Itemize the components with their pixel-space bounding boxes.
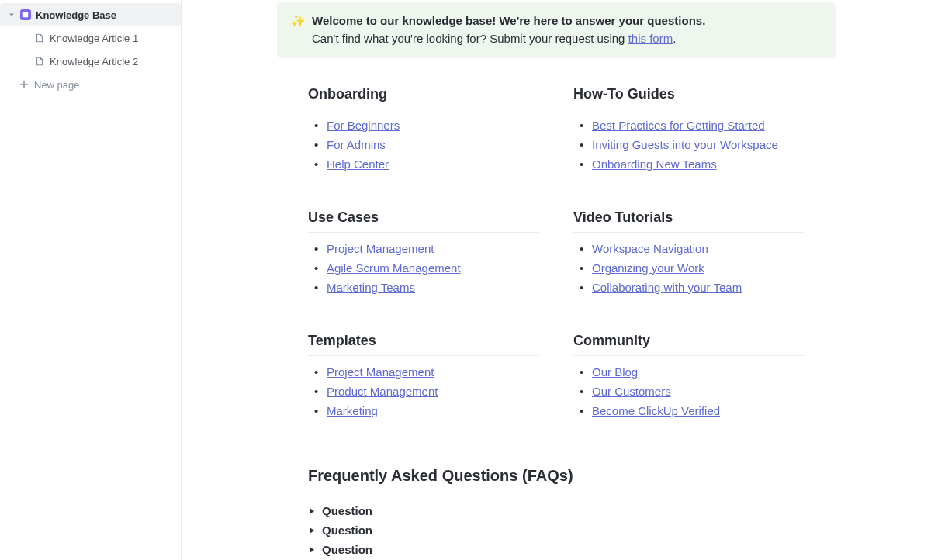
sparkle-icon: ✨ xyxy=(291,12,306,47)
section-onboarding: OnboardingFor BeginnersFor AdminsHelp Ce… xyxy=(308,86,539,177)
list-item: Marketing Teams xyxy=(327,281,539,294)
faq-item[interactable]: Question xyxy=(308,540,805,559)
sidebar-item-article[interactable]: Knowledge Article 2 xyxy=(0,50,181,73)
section-link[interactable]: Onboarding New Teams xyxy=(592,157,717,171)
section-heading: Onboarding xyxy=(308,86,539,109)
faq-section: Frequently Asked Questions (FAQs) Questi… xyxy=(308,467,805,559)
banner-bold: Welcome to our knowledge base! We're her… xyxy=(312,14,705,27)
faq-question-label: Question xyxy=(322,543,372,556)
section-heading: How-To Guides xyxy=(573,86,805,109)
list-item: Project Management xyxy=(327,242,539,255)
list-item: Onboarding New Teams xyxy=(592,157,805,171)
list-item: Organizing your Work xyxy=(592,261,805,275)
sidebar-item-label: Knowledge Article 2 xyxy=(50,56,138,67)
list-item: Become ClickUp Verified xyxy=(592,404,805,417)
section-link[interactable]: Become ClickUp Verified xyxy=(592,404,720,417)
section-heading: Use Cases xyxy=(308,209,539,233)
faq-question-label: Question xyxy=(322,504,372,517)
faq-item[interactable]: Question xyxy=(308,520,805,540)
section-link[interactable]: Agile Scrum Management xyxy=(327,261,461,275)
list-item: Workspace Navigation xyxy=(592,242,805,255)
doc-icon xyxy=(34,33,45,43)
section-link[interactable]: Inviting Guests into your Workspace xyxy=(592,138,778,151)
new-page-button[interactable]: New page xyxy=(0,73,181,96)
section-link[interactable]: Project Management xyxy=(327,365,434,379)
main-content: ✨ Welcome to our knowledge base! We're h… xyxy=(182,0,931,560)
list-item: For Beginners xyxy=(327,119,539,132)
doc-icon xyxy=(34,56,45,67)
section-link[interactable]: Our Customers xyxy=(592,385,671,398)
new-page-label: New page xyxy=(34,79,80,91)
section-templates: TemplatesProject ManagementProduct Manag… xyxy=(308,333,539,423)
section-link[interactable]: Product Management xyxy=(327,385,438,398)
section-howto: How-To GuidesBest Practices for Getting … xyxy=(573,86,805,177)
section-link[interactable]: For Admins xyxy=(327,138,386,151)
list-item: Our Blog xyxy=(592,365,805,379)
triangle-right-icon xyxy=(308,507,316,515)
sidebar-item-label: Knowledge Article 1 xyxy=(50,33,138,44)
welcome-banner: ✨ Welcome to our knowledge base! We're h… xyxy=(277,2,836,58)
caret-down-icon[interactable] xyxy=(8,12,16,18)
section-community: CommunityOur BlogOur CustomersBecome Cli… xyxy=(573,333,805,423)
sidebar: Knowledge Base Knowledge Article 1 Knowl… xyxy=(0,0,182,560)
section-heading: Community xyxy=(573,333,805,356)
list-item: Project Management xyxy=(327,365,539,379)
sidebar-item-knowledge-base[interactable]: Knowledge Base xyxy=(0,3,181,26)
plus-icon xyxy=(19,79,29,90)
triangle-right-icon xyxy=(308,546,316,554)
section-usecases: Use CasesProject ManagementAgile Scrum M… xyxy=(308,209,539,300)
section-heading: Templates xyxy=(308,333,539,356)
section-video: Video TutorialsWorkspace NavigationOrgan… xyxy=(573,209,805,300)
list-item: Inviting Guests into your Workspace xyxy=(592,138,805,151)
section-heading: Video Tutorials xyxy=(573,209,805,233)
section-link[interactable]: Organizing your Work xyxy=(592,261,704,275)
section-link[interactable]: Marketing xyxy=(327,404,378,417)
sidebar-root-label: Knowledge Base xyxy=(36,9,116,21)
section-link[interactable]: Workspace Navigation xyxy=(592,242,708,255)
list-item: Product Management xyxy=(327,385,539,398)
list-item: Help Center xyxy=(327,157,539,171)
banner-line2-end: . xyxy=(673,32,676,45)
section-link[interactable]: Marketing Teams xyxy=(327,281,415,294)
faq-heading: Frequently Asked Questions (FAQs) xyxy=(308,467,805,493)
section-link[interactable]: Project Management xyxy=(327,242,434,255)
faq-question-label: Question xyxy=(322,524,372,537)
list-item: Collaborating with your Team xyxy=(592,281,805,294)
svg-rect-0 xyxy=(23,12,28,17)
list-item: Best Practices for Getting Started xyxy=(592,119,805,132)
section-link[interactable]: Best Practices for Getting Started xyxy=(592,119,765,132)
section-link[interactable]: For Beginners xyxy=(327,119,400,132)
sidebar-item-article[interactable]: Knowledge Article 1 xyxy=(0,26,181,50)
list-item: For Admins xyxy=(327,138,539,151)
banner-form-link[interactable]: this form xyxy=(628,32,673,45)
book-icon xyxy=(20,9,31,20)
banner-text: Welcome to our knowledge base! We're her… xyxy=(312,12,705,47)
section-link[interactable]: Collaborating with your Team xyxy=(592,281,742,294)
list-item: Marketing xyxy=(327,404,539,417)
banner-line2-start: Can't find what you're looking for? Subm… xyxy=(312,32,628,45)
faq-item[interactable]: Question xyxy=(308,501,805,520)
triangle-right-icon xyxy=(308,527,316,534)
section-link[interactable]: Our Blog xyxy=(592,365,638,379)
section-link[interactable]: Help Center xyxy=(327,157,389,171)
list-item: Our Customers xyxy=(592,385,805,398)
list-item: Agile Scrum Management xyxy=(327,261,539,275)
